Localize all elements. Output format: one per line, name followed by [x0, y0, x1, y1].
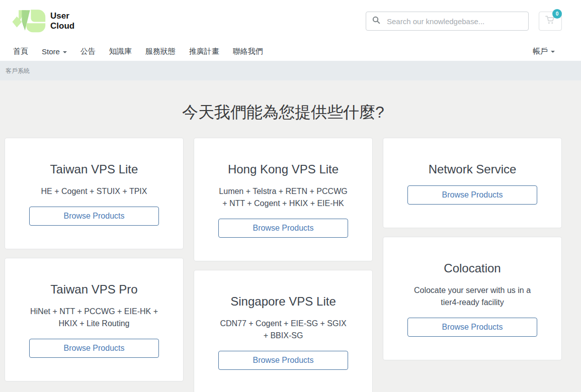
- product-group-title: Singapore VPS Lite: [204, 295, 362, 309]
- breadcrumb-bar: 客戶系統: [0, 61, 581, 80]
- product-group-title: Hong Kong VPS Lite: [204, 162, 362, 176]
- page-title: 今天我們能為您提供些什麼?: [5, 102, 562, 124]
- product-group-title: Colocation: [393, 261, 551, 275]
- brand-logo-link[interactable]: User Cloud: [10, 6, 74, 37]
- account-menu[interactable]: 帳戶: [533, 47, 555, 56]
- breadcrumb-portal-home[interactable]: 客戶系統: [5, 67, 30, 74]
- nav-item-knowledgebase[interactable]: 知識庫: [109, 47, 132, 56]
- browse-products-button[interactable]: Browse Products: [218, 219, 348, 238]
- header-top: User Cloud: [5, 0, 562, 42]
- product-column-2: Hong Kong VPS Lite Lumen + Telstra + RET…: [194, 138, 373, 392]
- brand-name-line2: Cloud: [50, 21, 74, 31]
- product-column-1: Taiwan VPS Lite HE + Cogent + STUIX + TP…: [5, 138, 184, 381]
- nav-item-store[interactable]: Store: [42, 47, 67, 56]
- product-column-3: Network Service Browse Products Colocati…: [383, 138, 562, 360]
- search-input[interactable]: [386, 17, 522, 26]
- knowledgebase-search: [366, 12, 529, 31]
- product-group-description: CDN77 + Cogent + EIE-SG + SGIX + BBIX-SG: [217, 318, 350, 342]
- breadcrumb: 客戶系統: [5, 66, 562, 75]
- product-group-title: Taiwan VPS Pro: [15, 282, 173, 297]
- site-header: User Cloud: [0, 0, 581, 61]
- product-group-description: HE + Cogent + STUIX + TPIX: [28, 185, 160, 198]
- brand-name: User Cloud: [50, 11, 74, 31]
- nav-item-home[interactable]: 首頁: [13, 47, 28, 56]
- card-network-service: Network Service Browse Products: [383, 138, 562, 228]
- product-group-description: Lumen + Telstra + RETN + PCCWG + NTT + C…: [217, 185, 350, 210]
- nav-item-service-status[interactable]: 服務狀態: [145, 47, 176, 56]
- product-group-title: Taiwan VPS Lite: [15, 162, 173, 176]
- card-singapore-vps-lite: Singapore VPS Lite CDN77 + Cogent + EIE-…: [194, 270, 373, 392]
- brand-name-line1: User: [50, 11, 74, 21]
- chevron-down-icon: [63, 51, 67, 53]
- browse-products-button[interactable]: Browse Products: [218, 351, 348, 370]
- card-colocation: Colocation Colocate your server with us …: [383, 237, 562, 360]
- card-taiwan-vps-lite: Taiwan VPS Lite HE + Cogent + STUIX + TP…: [5, 138, 184, 249]
- browse-products-button[interactable]: Browse Products: [407, 185, 537, 205]
- nav-item-announcements[interactable]: 公告: [80, 47, 96, 56]
- product-category-grid: Taiwan VPS Lite HE + Cogent + STUIX + TP…: [5, 138, 562, 392]
- product-group-description: Colocate your server with us in a tier4-…: [406, 284, 539, 309]
- browse-products-button[interactable]: Browse Products: [29, 207, 159, 226]
- usercloud-logo-icon: [10, 6, 46, 37]
- product-group-title: Network Service: [393, 162, 551, 176]
- browse-products-button[interactable]: Browse Products: [29, 339, 159, 358]
- card-taiwan-vps-pro: Taiwan VPS Pro HiNet + NTT + PCCWG + EIE…: [5, 258, 184, 381]
- nav-item-affiliates[interactable]: 推廣計畫: [189, 47, 219, 56]
- chevron-down-icon: [551, 51, 555, 53]
- browse-products-button[interactable]: Browse Products: [407, 318, 537, 337]
- main-navigation: 首頁 Store 公告 知識庫 服務狀態 推廣計畫 聯絡我們 帳戶: [5, 42, 562, 61]
- cart-button[interactable]: 0: [539, 12, 562, 31]
- header-right: 0: [366, 12, 562, 31]
- cart-count-badge: 0: [552, 9, 562, 19]
- card-hong-kong-vps-lite: Hong Kong VPS Lite Lumen + Telstra + RET…: [194, 138, 373, 261]
- search-icon: [372, 16, 380, 26]
- main-content: 今天我們能為您提供些什麼? Taiwan VPS Lite HE + Cogen…: [5, 80, 562, 392]
- nav-item-contact-us[interactable]: 聯絡我們: [233, 47, 263, 56]
- product-group-description: HiNet + NTT + PCCWG + EIE-HK + HKIX + Li…: [28, 306, 160, 330]
